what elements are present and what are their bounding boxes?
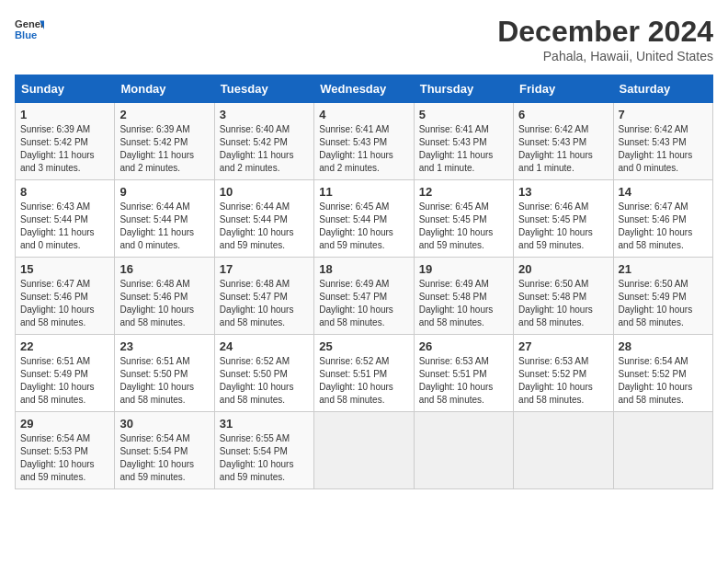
day-number: 15: [20, 262, 109, 276]
page-subtitle: Pahala, Hawaii, United States: [497, 49, 713, 63]
calendar-day-cell: 2 Sunrise: 6:39 AM Sunset: 5:42 PM Dayli…: [115, 103, 214, 180]
calendar-day-cell: 14 Sunrise: 6:47 AM Sunset: 5:46 PM Dayl…: [613, 180, 712, 258]
calendar-day-cell: 30 Sunrise: 6:54 AM Sunset: 5:54 PM Dayl…: [115, 412, 214, 489]
calendar-day-cell: [414, 412, 513, 489]
calendar-day-cell: [514, 412, 613, 489]
day-number: 14: [619, 185, 708, 199]
day-info: Sunrise: 6:41 AM Sunset: 5:43 PM Dayligh…: [419, 123, 508, 175]
weekday-header: Wednesday: [314, 75, 414, 103]
day-info: Sunrise: 6:40 AM Sunset: 5:42 PM Dayligh…: [220, 123, 309, 175]
day-info: Sunrise: 6:47 AM Sunset: 5:46 PM Dayligh…: [619, 201, 708, 252]
day-number: 4: [319, 108, 408, 121]
weekday-header: Sunday: [16, 75, 115, 103]
day-info: Sunrise: 6:54 AM Sunset: 5:54 PM Dayligh…: [119, 432, 209, 484]
day-info: Sunrise: 6:53 AM Sunset: 5:52 PM Dayligh…: [518, 355, 608, 407]
calendar-day-cell: 21 Sunrise: 6:50 AM Sunset: 5:49 PM Dayl…: [613, 258, 712, 335]
day-number: 28: [619, 339, 708, 353]
day-info: Sunrise: 6:45 AM Sunset: 5:45 PM Dayligh…: [419, 201, 508, 252]
day-number: 1: [20, 108, 109, 121]
day-number: 11: [319, 185, 408, 199]
weekday-header: Saturday: [613, 75, 712, 103]
day-number: 29: [20, 417, 109, 431]
day-info: Sunrise: 6:39 AM Sunset: 5:42 PM Dayligh…: [119, 123, 209, 175]
calendar-day-cell: 23 Sunrise: 6:51 AM Sunset: 5:50 PM Dayl…: [115, 335, 214, 412]
day-info: Sunrise: 6:52 AM Sunset: 5:51 PM Dayligh…: [319, 355, 408, 407]
day-info: Sunrise: 6:43 AM Sunset: 5:44 PM Dayligh…: [20, 201, 109, 252]
calendar-day-cell: 11 Sunrise: 6:45 AM Sunset: 5:44 PM Dayl…: [314, 180, 414, 258]
day-number: 17: [220, 262, 309, 276]
day-number: 24: [220, 339, 309, 353]
calendar-day-cell: 1 Sunrise: 6:39 AM Sunset: 5:42 PM Dayli…: [16, 103, 115, 180]
weekday-header: Thursday: [414, 75, 513, 103]
day-number: 2: [119, 108, 209, 121]
day-number: 18: [319, 262, 408, 276]
day-number: 16: [119, 262, 209, 276]
day-info: Sunrise: 6:51 AM Sunset: 5:50 PM Dayligh…: [119, 355, 209, 407]
calendar-day-cell: 31 Sunrise: 6:55 AM Sunset: 5:54 PM Dayl…: [214, 412, 313, 489]
day-number: 26: [419, 339, 508, 353]
calendar-day-cell: 12 Sunrise: 6:45 AM Sunset: 5:45 PM Dayl…: [414, 180, 513, 258]
day-info: Sunrise: 6:48 AM Sunset: 5:47 PM Dayligh…: [220, 278, 309, 329]
calendar-week-row: 1 Sunrise: 6:39 AM Sunset: 5:42 PM Dayli…: [16, 103, 713, 180]
calendar-week-row: 15 Sunrise: 6:47 AM Sunset: 5:46 PM Dayl…: [16, 258, 713, 335]
calendar-table: SundayMondayTuesdayWednesdayThursdayFrid…: [15, 75, 713, 489]
svg-text:Blue: Blue: [15, 29, 37, 40]
calendar-day-cell: 8 Sunrise: 6:43 AM Sunset: 5:44 PM Dayli…: [16, 180, 115, 258]
day-number: 30: [119, 417, 209, 431]
calendar-day-cell: 17 Sunrise: 6:48 AM Sunset: 5:47 PM Dayl…: [214, 258, 313, 335]
calendar-day-cell: 29 Sunrise: 6:54 AM Sunset: 5:53 PM Dayl…: [16, 412, 115, 489]
day-info: Sunrise: 6:42 AM Sunset: 5:43 PM Dayligh…: [619, 123, 708, 175]
day-info: Sunrise: 6:52 AM Sunset: 5:50 PM Dayligh…: [220, 355, 309, 407]
weekday-row: SundayMondayTuesdayWednesdayThursdayFrid…: [16, 75, 713, 103]
day-number: 20: [518, 262, 608, 276]
day-info: Sunrise: 6:50 AM Sunset: 5:49 PM Dayligh…: [619, 278, 708, 329]
calendar-day-cell: 5 Sunrise: 6:41 AM Sunset: 5:43 PM Dayli…: [414, 103, 513, 180]
header: General Blue December 2024 Pahala, Hawai…: [15, 15, 713, 63]
calendar-week-row: 8 Sunrise: 6:43 AM Sunset: 5:44 PM Dayli…: [16, 180, 713, 258]
day-info: Sunrise: 6:42 AM Sunset: 5:43 PM Dayligh…: [518, 123, 608, 175]
calendar-day-cell: 15 Sunrise: 6:47 AM Sunset: 5:46 PM Dayl…: [16, 258, 115, 335]
day-number: 8: [20, 185, 109, 199]
day-number: 27: [518, 339, 608, 353]
calendar-day-cell: 19 Sunrise: 6:49 AM Sunset: 5:48 PM Dayl…: [414, 258, 513, 335]
day-info: Sunrise: 6:44 AM Sunset: 5:44 PM Dayligh…: [220, 201, 309, 252]
day-info: Sunrise: 6:54 AM Sunset: 5:52 PM Dayligh…: [619, 355, 708, 407]
calendar-day-cell: 3 Sunrise: 6:40 AM Sunset: 5:42 PM Dayli…: [214, 103, 313, 180]
day-info: Sunrise: 6:53 AM Sunset: 5:51 PM Dayligh…: [419, 355, 508, 407]
day-info: Sunrise: 6:49 AM Sunset: 5:47 PM Dayligh…: [319, 278, 408, 329]
day-number: 13: [518, 185, 608, 199]
calendar-day-cell: 20 Sunrise: 6:50 AM Sunset: 5:48 PM Dayl…: [514, 258, 613, 335]
calendar-day-cell: 4 Sunrise: 6:41 AM Sunset: 5:43 PM Dayli…: [314, 103, 414, 180]
day-info: Sunrise: 6:49 AM Sunset: 5:48 PM Dayligh…: [419, 278, 508, 329]
calendar-body: 1 Sunrise: 6:39 AM Sunset: 5:42 PM Dayli…: [16, 103, 713, 489]
day-number: 19: [419, 262, 508, 276]
calendar-week-row: 22 Sunrise: 6:51 AM Sunset: 5:49 PM Dayl…: [16, 335, 713, 412]
calendar-day-cell: 7 Sunrise: 6:42 AM Sunset: 5:43 PM Dayli…: [613, 103, 712, 180]
calendar-day-cell: [314, 412, 414, 489]
logo-icon: General Blue: [15, 15, 44, 44]
page-title: December 2024: [497, 15, 713, 49]
calendar-day-cell: 24 Sunrise: 6:52 AM Sunset: 5:50 PM Dayl…: [214, 335, 313, 412]
day-number: 22: [20, 339, 109, 353]
calendar-day-cell: 28 Sunrise: 6:54 AM Sunset: 5:52 PM Dayl…: [613, 335, 712, 412]
weekday-header: Monday: [115, 75, 214, 103]
day-number: 25: [319, 339, 408, 353]
day-info: Sunrise: 6:54 AM Sunset: 5:53 PM Dayligh…: [20, 432, 109, 484]
calendar-day-cell: 22 Sunrise: 6:51 AM Sunset: 5:49 PM Dayl…: [16, 335, 115, 412]
day-info: Sunrise: 6:55 AM Sunset: 5:54 PM Dayligh…: [220, 432, 309, 484]
calendar-day-cell: 13 Sunrise: 6:46 AM Sunset: 5:45 PM Dayl…: [514, 180, 613, 258]
logo: General Blue: [15, 15, 44, 44]
day-number: 10: [220, 185, 309, 199]
day-number: 5: [419, 108, 508, 121]
calendar-day-cell: [613, 412, 712, 489]
calendar-day-cell: 26 Sunrise: 6:53 AM Sunset: 5:51 PM Dayl…: [414, 335, 513, 412]
day-number: 12: [419, 185, 508, 199]
day-number: 7: [619, 108, 708, 121]
day-number: 3: [220, 108, 309, 121]
calendar-day-cell: 27 Sunrise: 6:53 AM Sunset: 5:52 PM Dayl…: [514, 335, 613, 412]
calendar-header: SundayMondayTuesdayWednesdayThursdayFrid…: [16, 75, 713, 103]
calendar-week-row: 29 Sunrise: 6:54 AM Sunset: 5:53 PM Dayl…: [16, 412, 713, 489]
day-number: 9: [119, 185, 209, 199]
day-info: Sunrise: 6:39 AM Sunset: 5:42 PM Dayligh…: [20, 123, 109, 175]
day-number: 31: [220, 417, 309, 431]
